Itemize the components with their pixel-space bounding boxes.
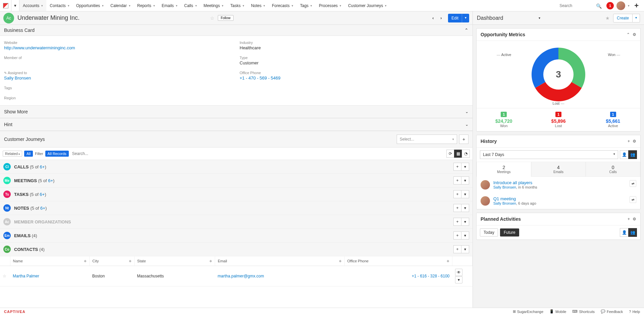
nav-item-tasks[interactable]: Tasks▾ <box>227 0 248 11</box>
module-menu-caret[interactable]: ▾ <box>11 0 19 11</box>
user-link[interactable]: Sally Bronsen <box>493 201 516 205</box>
footer-link-help[interactable]: ?Help <box>629 309 640 314</box>
edit-button[interactable]: Edit <box>448 14 462 22</box>
next-record-button[interactable]: › <box>437 14 445 22</box>
all-chip[interactable]: All <box>24 151 33 157</box>
nav-item-accounts[interactable]: Accounts▾ <box>19 0 46 11</box>
today-chip[interactable]: Today <box>480 228 498 237</box>
related-member-organizations[interactable]: Ac MEMBER ORGANIZATIONS + ▾ <box>0 215 473 229</box>
phone-link[interactable]: +1 - 470 - 569 - 5469 <box>240 75 281 81</box>
cj-add-button[interactable]: + <box>459 135 468 144</box>
history-item-link[interactable]: Introduce all players <box>493 180 532 185</box>
more-button[interactable]: ▾ <box>461 218 469 226</box>
related-contacts[interactable]: Co CONTACTS (4) + ▾ <box>0 243 473 256</box>
nav-item-notes[interactable]: Notes▾ <box>248 0 268 11</box>
user-avatar[interactable] <box>616 1 625 10</box>
related-tasks[interactable]: Ts TASKS (5 of 6+) + ▾ <box>0 188 473 201</box>
assigned-link[interactable]: Sally Bronsen <box>4 75 31 81</box>
hint-toggle[interactable]: Hint ⌄ <box>0 118 473 131</box>
column-header[interactable]: Office Phone◆ <box>344 256 452 266</box>
field-office-phone[interactable]: Office Phone +1 - 470 - 569 - 5469 <box>240 69 468 83</box>
footer-link-shortcuts[interactable]: ⌨Shortcuts <box>572 309 594 314</box>
group-filter-icon[interactable]: 👥 <box>628 150 637 159</box>
link-icon[interactable]: ⇄ <box>630 180 636 187</box>
more-button[interactable]: ▾ <box>461 190 469 198</box>
add-button[interactable]: + <box>453 245 461 253</box>
related-emails[interactable]: Em EMAILS (4) + ▾ <box>0 229 473 243</box>
edit-caret[interactable]: ▾ <box>462 14 469 22</box>
collapse-icon[interactable]: ⌃ <box>627 32 630 37</box>
related-chip[interactable]: Related▾ <box>3 151 22 157</box>
history-tab-calls[interactable]: 0Calls <box>586 162 640 177</box>
follow-button[interactable]: Follow <box>218 15 234 21</box>
column-header[interactable]: City◆ <box>90 256 134 266</box>
gear-icon[interactable]: ⚙ <box>633 217 636 221</box>
contact-name-link[interactable]: Martha Palmer <box>13 274 39 278</box>
business-card-header[interactable]: Business Card ⌃ <box>0 25 473 36</box>
row-menu-icon[interactable]: ▾ <box>455 276 462 283</box>
future-chip[interactable]: Future <box>500 228 519 237</box>
footer-link-feedback[interactable]: 💬Feedback <box>601 309 623 314</box>
dashboard-star-icon[interactable]: ★ <box>605 15 610 21</box>
search-icon[interactable]: 🔍 <box>596 3 602 9</box>
gear-icon[interactable]: ⚙ <box>633 32 636 37</box>
field-region[interactable]: Region <box>4 94 233 103</box>
plus-icon[interactable]: + <box>628 139 630 144</box>
favorite-star-icon[interactable]: ☆ <box>210 15 214 21</box>
nav-item-customer-journeys[interactable]: Customer Journeys▾ <box>345 0 390 11</box>
notification-badge[interactable]: 1 <box>606 2 614 9</box>
create-caret[interactable]: ▾ <box>633 14 640 22</box>
more-button[interactable]: ▾ <box>461 176 469 185</box>
email-link[interactable]: martha.palmer@gmx.com <box>218 274 264 278</box>
add-button[interactable]: + <box>453 218 461 226</box>
add-button[interactable]: + <box>453 204 461 212</box>
column-header[interactable]: Name◆ <box>10 256 90 266</box>
phone-link[interactable]: +1 - 616 - 328 - 6100 <box>412 274 449 278</box>
field-assigned-to[interactable]: ✎Assigned to Sally Bronsen <box>4 69 233 83</box>
history-range-select[interactable]: Last 7 Days▾ <box>480 150 618 159</box>
user-link[interactable]: Sally Bronsen <box>493 185 516 189</box>
nav-item-forecasts[interactable]: Forecasts▾ <box>268 0 297 11</box>
field-website[interactable]: Website http://www.underwatermininginc.c… <box>4 39 233 52</box>
more-button[interactable]: ▾ <box>461 245 469 253</box>
user-menu-caret[interactable]: ▾ <box>628 4 630 7</box>
field-type[interactable]: Type Customer <box>240 54 468 67</box>
more-button[interactable]: ▾ <box>461 163 469 171</box>
nav-item-meetings[interactable]: Meetings▾ <box>200 0 227 11</box>
nav-item-tags[interactable]: Tags▾ <box>297 0 315 11</box>
preview-icon[interactable]: 👁 <box>455 269 462 276</box>
favorite-star-icon[interactable]: ☆ <box>3 274 6 278</box>
collapse-icon[interactable]: ⌃ <box>464 28 468 33</box>
nav-item-calls[interactable]: Calls▾ <box>181 0 200 11</box>
show-more-toggle[interactable]: Show More ⌄ <box>0 105 473 118</box>
field-member-of[interactable]: Member of <box>4 54 233 67</box>
website-link[interactable]: http://www.underwatermininginc.com <box>4 45 75 50</box>
nav-item-opportunities[interactable]: Opportunities▾ <box>73 0 107 11</box>
history-item-link[interactable]: Q1 meeting <box>493 196 516 201</box>
link-icon[interactable]: ⇄ <box>630 196 636 203</box>
nav-item-reports[interactable]: Reports▾ <box>134 0 158 11</box>
cj-select[interactable]: Select... ▾ <box>397 135 457 144</box>
nav-item-processes[interactable]: Processes▾ <box>315 0 345 11</box>
nav-item-calendar[interactable]: Calendar▾ <box>107 0 134 11</box>
field-tags[interactable]: Tags <box>4 84 233 93</box>
more-button[interactable]: ▾ <box>461 204 469 212</box>
add-button[interactable]: + <box>453 190 461 198</box>
user-filter-icon[interactable]: 👤 <box>620 228 629 237</box>
footer-link-sugarexchange[interactable]: ⊞SugarExchange <box>513 309 543 314</box>
plus-icon[interactable]: + <box>628 217 630 221</box>
more-button[interactable]: ▾ <box>461 231 469 240</box>
gear-icon[interactable]: ⚙ <box>633 139 636 144</box>
add-button[interactable]: + <box>453 231 461 240</box>
related-meetings[interactable]: Me MEETINGS (5 of 6+) + ▾ <box>0 174 473 188</box>
history-tab-meetings[interactable]: 2Meetings <box>477 162 531 177</box>
add-button[interactable]: + <box>453 163 461 171</box>
add-button[interactable]: + <box>453 176 461 185</box>
nav-item-contacts[interactable]: Contacts▾ <box>46 0 72 11</box>
refresh-icon[interactable]: ⟳ <box>446 150 454 158</box>
activity-view-icon[interactable]: ◔ <box>462 150 470 158</box>
user-filter-icon[interactable]: 👤 <box>620 150 629 159</box>
column-header[interactable]: State◆ <box>134 256 215 266</box>
prev-record-button[interactable]: ‹ <box>429 14 437 22</box>
filter-search-input[interactable] <box>71 150 445 157</box>
